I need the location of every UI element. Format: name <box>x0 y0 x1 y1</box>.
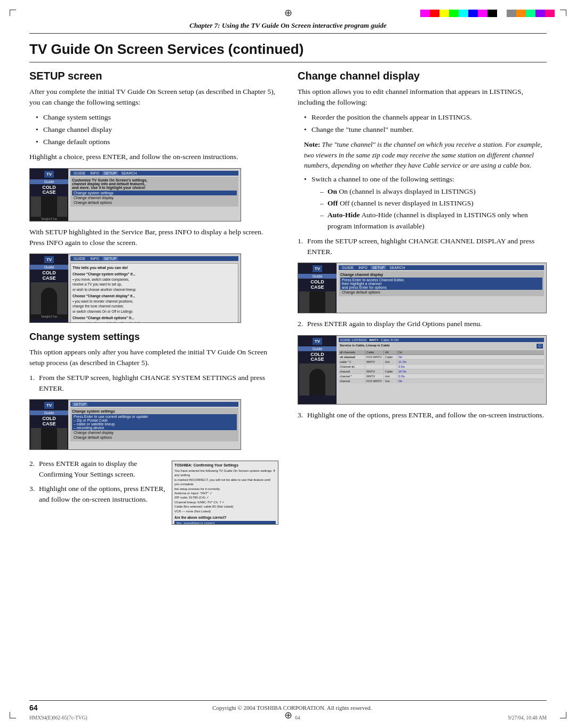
change-channel-title: Change channel display <box>298 70 547 82</box>
change-system-title: Change system settings <box>29 331 278 343</box>
sys-change-default: Change default options <box>72 435 237 440</box>
setup-intro: After you complete the initial TV Guide … <box>29 86 278 108</box>
step-2-3-text: Press ENTER again to display the Confirm… <box>29 455 166 530</box>
change-channel-screen: TV Guide COLDCASE GUIDE INFO SETUP SEARC… <box>298 263 547 313</box>
corner-mark-br <box>560 712 566 718</box>
guide-label-3: Guide <box>30 410 68 415</box>
screen-main-2: GUIDE INFO SETUP This tells you what you… <box>68 254 241 322</box>
figure-silhouette-2 <box>41 288 57 314</box>
confirm-yes[interactable]: Yes, everything is correct <box>174 521 276 525</box>
screen-topbar-3: SETUP <box>70 402 238 407</box>
menu-title: Customize TV Guide On Screen's settings,… <box>72 178 237 189</box>
color-swatch <box>516 10 526 17</box>
tab-setup-cc: SETUP <box>371 266 386 270</box>
tab-setup: SETUP <box>102 171 118 175</box>
grid-tab-listings: LISTINGS <box>352 338 366 342</box>
color-swatch <box>439 10 449 17</box>
grid-info-icon: ⓘ <box>537 344 543 349</box>
main-title: TV Guide On Screen Services (continued) <box>29 41 547 62</box>
tab-guide: GUIDE <box>72 171 87 175</box>
step-2-3-block: Press ENTER again to display the Confirm… <box>29 455 278 530</box>
tv-logo-cc: TV <box>313 265 322 272</box>
figure-area-cc <box>299 291 335 313</box>
bullet-switch: Switch a channel to one of the following… <box>304 174 547 232</box>
grid-alt-4: Cable <box>384 369 397 374</box>
corner-mark-tr <box>560 10 566 16</box>
tv-logo-2: TV <box>44 256 54 263</box>
confirm-screen-image: TOSHIBA: Confirming Your Settings You ha… <box>172 455 278 530</box>
grid-info-bar: Service is Cable, Lineup is Cable ⓘ <box>339 343 544 350</box>
sub-on: On On (channel is always displayed in LI… <box>320 186 547 197</box>
change-channel-bullet-list: Reorder the position the channels appear… <box>304 112 547 136</box>
grid-on-2: 11 On <box>397 360 408 364</box>
cc-menu-item-1: Press Enter to access Channel Editor,the… <box>340 278 542 290</box>
cold-case-label-2: COLDCASE <box>42 271 56 281</box>
figure-silhouette-3 <box>41 428 57 449</box>
bullet-item: Change channel display <box>36 124 278 135</box>
change-channel-switch-list: Switch a channel to one of the following… <box>304 174 547 232</box>
tab-guide-cc: GUIDE <box>340 266 355 270</box>
info-p2: Choose "Change channel display" if...• y… <box>73 294 236 314</box>
tv-logo-grid: TV <box>313 338 322 345</box>
bullet-tune: Change the "tune channel" number. <box>304 124 547 135</box>
confirm-title: TOSHIBA: Confirming Your Settings <box>174 463 276 467</box>
setup-info-box: This tells you what you can do! Choose "… <box>70 263 238 323</box>
cold-case-label: COLDCASE <box>42 185 56 196</box>
footer-copyright: Copyright © 2004 TOSHIBA CORPORATION. Al… <box>212 705 372 711</box>
change-system-intro: This option appears only after you have … <box>29 347 278 369</box>
page-footer: 64 Copyright © 2004 TOSHIBA CORPORATION.… <box>29 700 547 712</box>
guide-label-2: Guide <box>30 265 68 270</box>
corner-mark-bl <box>10 712 16 718</box>
menu-change-default: Change default options <box>72 200 237 205</box>
grid-cable-3 <box>365 365 384 369</box>
step-2-3-list: Press ENTER again to display the Confirm… <box>29 458 166 505</box>
color-swatch <box>507 10 516 17</box>
grid-tab-cable: Cable <box>381 338 389 342</box>
setup-screen-image-1: TV Guide COLDCASE Tonight 8 Tue GUIDE IN… <box>29 168 241 221</box>
change-system-screen: TV Guide COLDCASE SETUP Change system se… <box>29 399 241 450</box>
grid-alt-6: Ant <box>384 379 397 383</box>
cold-case-label-3: COLDCASE <box>42 416 56 427</box>
sub-bullet-list: On On (channel is always displayed in LI… <box>320 186 547 232</box>
color-swatch <box>449 10 459 17</box>
figure-silhouette <box>41 196 57 216</box>
grid-on-6: On <box>397 379 408 383</box>
setup-section-title: SETUP screen <box>29 70 278 82</box>
time-display: Tonight 8 Tue <box>30 217 68 221</box>
change-channel-steps-2: Press ENTER again to display the Grid Op… <box>298 319 547 329</box>
color-swatch <box>430 10 439 17</box>
tab-info-cc: INFO <box>357 266 369 270</box>
color-swatch <box>487 10 497 17</box>
color-bar <box>420 10 555 17</box>
setup-screen1-desc: With SETUP highlighted in the Service Ba… <box>29 227 278 249</box>
figure-silhouette-grid <box>309 369 325 395</box>
cold-case-cc: COLDCASE <box>310 280 324 290</box>
screen-topbar-2: GUIDE INFO SETUP <box>70 256 238 261</box>
change-channel-steps-3: Highlight one of the options, press ENTE… <box>298 410 547 421</box>
grid-on-3: 3 On <box>397 365 408 369</box>
guide-label-cc: Guide <box>298 274 337 279</box>
grid-table: all channels Cable Alt On ch channel FOX… <box>339 350 544 383</box>
cc-menu-item-2: Change default options <box>340 290 542 295</box>
left-column: SETUP screen After you complete the init… <box>29 68 278 534</box>
color-swatch <box>545 10 555 17</box>
grid-col-lineup: Cable <box>365 350 384 354</box>
tab-info: INFO <box>89 171 101 175</box>
color-swatch <box>535 10 545 17</box>
figure-area-grid <box>299 363 335 395</box>
change-channel-steps: From the SETUP screen, highlight CHANGE … <box>298 236 547 258</box>
sub-auto: Auto-Hide Auto-Hide (channel is displaye… <box>320 210 547 232</box>
grid-alt-5: Ant <box>384 374 397 378</box>
grid-ch-1: ch channel <box>339 355 365 359</box>
setup-bullet-list: Change system settings Change channel di… <box>36 112 278 148</box>
bullet-item: Change default options <box>36 137 278 147</box>
grid-row-3: Channel ●1 3 On <box>339 365 544 369</box>
grid-cable-2: WNTV <box>365 360 384 364</box>
grid-ch-5: channel * <box>339 374 365 378</box>
change-system-steps: From the SETUP screen, highlight CHANGE … <box>29 373 278 394</box>
grid-row-5: channel * WNTV Ant 5 On <box>339 374 544 379</box>
color-swatch <box>478 10 487 17</box>
system-menu: Change system settings Press Enter to us… <box>70 408 238 441</box>
color-swatch <box>459 10 468 17</box>
bullet-item: Change system settings <box>36 112 278 123</box>
